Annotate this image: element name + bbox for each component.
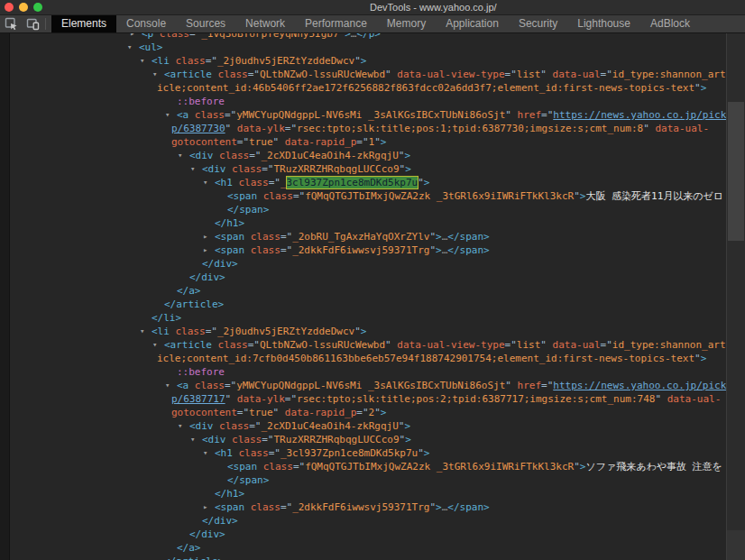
- expand-arrow-icon[interactable]: ▸: [203, 230, 215, 243]
- collapse-arrow-icon[interactable]: ▾: [165, 108, 177, 122]
- token-val: QLtbNZwO-lssuRUcWewbd: [260, 339, 385, 351]
- maximize-button[interactable]: [33, 3, 42, 12]
- dom-node-line[interactable]: ▾<a class="yMWCYupQNdgppL-NV6sMi _3sAlKG…: [0, 108, 727, 122]
- dom-node-line[interactable]: p/6387717" data-ylk="rsec:tpto;slk:title…: [0, 392, 727, 406]
- tab-lighthouse[interactable]: Lighthouse: [567, 15, 640, 32]
- device-toolbar-button[interactable]: [22, 15, 43, 32]
- dom-node-line[interactable]: </div>: [0, 257, 727, 271]
- token-attr: data-ylk: [231, 393, 285, 405]
- dom-node-line[interactable]: gotocontent="true" data-rapid_p="2">: [0, 406, 727, 419]
- collapse-arrow-icon[interactable]: ▾: [178, 419, 189, 433]
- dom-node-line[interactable]: ▾<li class="_2j0udhv5jERZtYzddeDwcv">: [0, 54, 727, 68]
- token-val: _1vq3oBTorpTeyqNhy5Igb7: [201, 33, 338, 40]
- dom-node-line[interactable]: </a>: [0, 541, 727, 555]
- dom-node-line[interactable]: </div>: [0, 271, 727, 284]
- token-tag: >: [381, 407, 387, 418]
- token-pun: ": [418, 177, 424, 188]
- dom-node-line[interactable]: ::before: [0, 95, 727, 108]
- collapse-arrow-icon[interactable]: ▾: [152, 338, 164, 352]
- token-txt: ソファ飛来あわや事故 注意を: [585, 461, 722, 473]
- dom-node-line[interactable]: </h1>: [0, 487, 727, 500]
- dom-node-line[interactable]: ▾<ul>: [0, 41, 727, 54]
- tab-adblock[interactable]: AdBlock: [640, 15, 700, 32]
- dom-node-line[interactable]: ▸<span class="_2obRU_TgAxzHaYqOXrZYlv">……: [0, 230, 727, 243]
- vertical-scrollbar[interactable]: [726, 33, 745, 560]
- minimize-button[interactable]: [19, 3, 28, 12]
- token-tag: </a>: [177, 542, 201, 554]
- dom-node-line[interactable]: ▸<span class="_2dkkFdF6iwwsvj59371Trg">……: [0, 500, 727, 514]
- token-pun: ": [505, 380, 511, 391]
- dom-node-line[interactable]: ▾<h1 class="_3cl937Zpn1ce8mDKd5kp7u">: [0, 446, 727, 460]
- token-pun: =": [206, 55, 217, 67]
- dom-node-line[interactable]: ▾<article class="QLtbNZwO-lssuRUcWewbd" …: [0, 68, 727, 81]
- token-val: _2dkkFdF6iwwsvj59371Trg: [292, 501, 429, 513]
- dom-node-line[interactable]: ▾<article class="QLtbNZwO-lssuRUcWewbd" …: [0, 338, 727, 352]
- dom-node-line[interactable]: </div>: [0, 514, 727, 528]
- expand-arrow-icon[interactable]: ▸: [203, 243, 215, 257]
- dom-node-line[interactable]: ▾<div class="TRuzXRRZHRqbqgLUCCco9">: [0, 433, 727, 446]
- tab-sources[interactable]: Sources: [176, 15, 235, 32]
- dom-node-line[interactable]: p/6387730" data-ylk="rsec:tpto;slk:title…: [0, 122, 727, 135]
- token-attr: class: [226, 434, 262, 445]
- token-pun: ": [540, 69, 547, 80]
- dom-node-line[interactable]: ▾<a class="yMWCYupQNdgppL-NV6sMi _3sAlKG…: [0, 379, 727, 392]
- collapse-arrow-icon[interactable]: ▾: [190, 162, 202, 176]
- dom-node-line[interactable]: <span class="fQMqQTGJTbIMxjQwZA2zk _3tGR…: [0, 460, 727, 473]
- token-pun: ": [694, 82, 701, 94]
- token-tag: </a>: [177, 285, 201, 297]
- scrollbar-thumb[interactable]: [728, 102, 744, 241]
- dom-node-line[interactable]: </span>: [0, 473, 727, 487]
- token-pun: ": [574, 190, 580, 202]
- dom-node-line[interactable]: ▸<span class="_2dkkFdF6iwwsvj59371Trg">……: [0, 243, 727, 257]
- collapse-arrow-icon[interactable]: ▾: [140, 325, 152, 338]
- dom-node-line[interactable]: ::before: [0, 365, 727, 379]
- tab-network[interactable]: Network: [235, 15, 295, 32]
- token-tag: >: [404, 420, 410, 432]
- dom-node-line[interactable]: </article>: [0, 298, 727, 311]
- expand-arrow-icon[interactable]: ▸: [130, 33, 142, 41]
- token-val: true: [249, 136, 273, 148]
- dom-node-line[interactable]: ▾<div class="TRuzXRRZHRqbqgLUCCco9">: [0, 162, 727, 176]
- tab-console[interactable]: Console: [116, 15, 176, 32]
- token-val: rsec:tpto;slk:title;pos:2;tpid:6387717;i…: [297, 393, 655, 405]
- collapse-arrow-icon[interactable]: ▾: [152, 68, 164, 81]
- dom-node-line[interactable]: ▾<div class="_2cXD1uC4eaOih4-zkRgqjU">: [0, 419, 727, 433]
- collapse-arrow-icon[interactable]: ▾: [203, 176, 215, 189]
- dom-node-line[interactable]: </article>: [0, 555, 727, 560]
- token-tag: </div>: [202, 515, 238, 527]
- token-val: rsec:tpto;slk:title;pos:1;tpid:6387730;i…: [297, 123, 643, 134]
- dom-node-line[interactable]: </li>: [0, 311, 727, 325]
- dom-node-line[interactable]: ▾<li class="_2j0udhv5jERZtYzddeDwcv">: [0, 325, 727, 338]
- tab-memory[interactable]: Memory: [377, 15, 436, 32]
- token-val: TRuzXRRZHRqbqgLUCCco9: [274, 163, 400, 175]
- dom-node-line[interactable]: icle;content_id:7cfb0d450b861163bbe6eb57…: [0, 352, 727, 365]
- dom-node-line[interactable]: </h1>: [0, 216, 727, 230]
- dom-node-line[interactable]: ▸<p class="_1vq3oBTorpTeyqNhy5Igb7">…</p…: [0, 33, 727, 41]
- expand-arrow-icon[interactable]: ▸: [203, 500, 215, 514]
- token-tag: <h1: [215, 447, 233, 459]
- tab-application[interactable]: Application: [436, 15, 509, 32]
- dom-node-line[interactable]: icle;content_id:46b5406ff2ae172f6256882f…: [0, 81, 727, 95]
- collapse-arrow-icon[interactable]: ▾: [178, 149, 189, 162]
- tab-security[interactable]: Security: [509, 15, 567, 32]
- collapse-arrow-icon[interactable]: ▾: [203, 446, 215, 460]
- dom-node-line[interactable]: </div>: [0, 528, 727, 541]
- tab-elements[interactable]: Elements: [51, 15, 116, 32]
- collapse-arrow-icon[interactable]: ▾: [140, 54, 152, 68]
- dom-node-line[interactable]: </span>: [0, 203, 727, 216]
- collapse-arrow-icon[interactable]: ▾: [190, 433, 202, 446]
- dom-node-line[interactable]: gotocontent="true" data-rapid_p="1">: [0, 135, 727, 149]
- close-button[interactable]: [5, 3, 14, 12]
- dom-node-line[interactable]: ▾<div class="_2cXD1uC4eaOih4-zkRgqjU">: [0, 149, 727, 162]
- collapse-arrow-icon[interactable]: ▾: [165, 379, 177, 392]
- token-attr: data-ylk: [231, 123, 285, 134]
- inspect-element-button[interactable]: [0, 15, 22, 32]
- dom-node-line[interactable]: ▾<h1 class="_3cl937Zpn1ce8mDKd5kp7u">: [0, 176, 727, 189]
- tab-performance[interactable]: Performance: [295, 15, 377, 32]
- token-tag: >: [361, 326, 367, 337]
- dom-node-line[interactable]: <span class="fQMqQTGJTbIMxjQwZA2zk _3tGR…: [0, 189, 727, 203]
- token-attr: gotocontent: [171, 407, 237, 418]
- token-pun: ": [354, 55, 361, 67]
- dom-node-line[interactable]: </a>: [0, 284, 727, 298]
- collapse-arrow-icon[interactable]: ▾: [127, 41, 139, 54]
